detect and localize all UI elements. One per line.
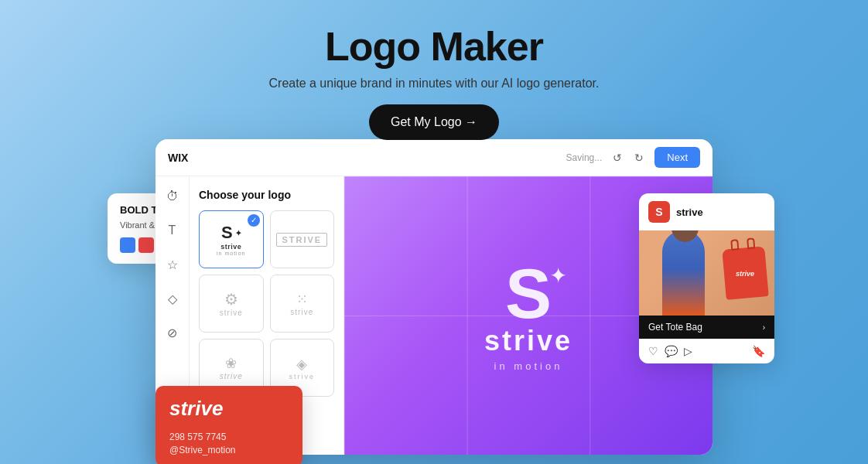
social-actions-left: ♡ 💬 ▷	[648, 345, 692, 357]
undo-button[interactable]: ↺	[608, 148, 627, 167]
sidebar-icon-slash[interactable]: ⊘	[162, 322, 183, 343]
logo-dots: ⁙	[296, 291, 308, 308]
social-brand-label: strive	[676, 206, 703, 218]
heart-icon[interactable]: ♡	[648, 345, 658, 357]
social-card-header: S strive	[639, 193, 774, 230]
logo-strive-label-1: strive	[220, 243, 241, 251]
logo-flower: ❀	[225, 355, 237, 372]
logo-option-3[interactable]: ⚙ strive	[199, 275, 264, 333]
swatch-red[interactable]	[138, 237, 154, 253]
biz-phone: 298 575 7745	[169, 432, 289, 442]
tote-arrow-icon: ›	[763, 323, 765, 332]
logo-option-1[interactable]: S ✦ strive in motion	[199, 210, 264, 268]
biz-brand-name: strive	[169, 397, 289, 421]
hero-title: Logo Maker	[0, 25, 868, 69]
sidebar-icon-history[interactable]: ⏱	[162, 186, 183, 207]
tote-label: Get Tote Bag	[648, 322, 702, 333]
get-logo-button[interactable]: Get My Logo →	[369, 104, 499, 140]
sidebar-icon-star[interactable]: ☆	[162, 254, 183, 275]
tote-bag: strive	[722, 246, 768, 300]
logo-option-2[interactable]: STRIVE	[270, 210, 335, 268]
tote-handle-left	[730, 239, 739, 251]
canvas-logo-s-wrapper: S ✦	[505, 259, 552, 329]
business-card: strive 298 575 7745 @Strive_motion	[155, 386, 302, 464]
sidebar-icon-shape[interactable]: ◇	[162, 288, 183, 309]
tote-brand-text: strive	[736, 269, 754, 277]
logo-s-bold: S ✦	[221, 223, 241, 243]
logo-strive-label-6: strive	[289, 373, 315, 380]
wix-brand: WIX	[168, 152, 188, 164]
social-card-image: strive	[639, 230, 774, 316]
biz-social: @Strive_motion	[169, 445, 289, 455]
tote-handle-right	[747, 237, 755, 249]
social-tote-tag[interactable]: Get Tote Bag ›	[639, 316, 774, 339]
logo-strive-label-3: strive	[220, 309, 243, 317]
redo-button[interactable]: ↻	[630, 148, 648, 167]
logo-strive-label-5: strive	[220, 372, 243, 380]
ui-area: BOLD THEME Vibrant & Dynamic WIX Saving.…	[117, 139, 751, 455]
logo-gear: ⚙	[224, 290, 238, 309]
logo-picker-title: Choose your logo	[199, 189, 334, 201]
person-body	[662, 230, 705, 316]
logo-option-4[interactable]: ⁙ strive	[270, 275, 335, 333]
canvas-s-letter: S	[505, 259, 552, 329]
hero-subtitle: Create a unique brand in minutes with ou…	[0, 77, 868, 90]
social-card: S strive strive Get Tote Bag › ♡ 💬 ▷ 🔖	[639, 193, 774, 363]
next-button[interactable]: Next	[654, 147, 700, 168]
logo-strive-label-4: strive	[290, 308, 313, 316]
social-logo-badge: S	[648, 201, 670, 223]
saving-text: Saving...	[566, 152, 603, 163]
logo-strive-outline: STRIVE	[276, 233, 327, 247]
swatch-blue[interactable]	[120, 237, 135, 253]
hero-section: Logo Maker Create a unique brand in minu…	[0, 0, 868, 140]
sidebar-icon-text[interactable]: T	[162, 220, 183, 241]
canvas-brand-tagline: in motion	[494, 360, 563, 372]
comment-icon[interactable]: 💬	[665, 345, 678, 357]
undo-redo-group: ↺ ↻	[608, 148, 648, 167]
bookmark-icon[interactable]: 🔖	[752, 345, 765, 357]
social-card-footer: ♡ 💬 ▷ 🔖	[639, 339, 774, 363]
canvas-logo-container: S ✦ strive in motion	[484, 259, 572, 372]
logo-diamond: ◈	[296, 356, 307, 373]
editor-topbar: WIX Saving... ↺ ↻ Next	[155, 139, 713, 176]
canvas-star: ✦	[549, 263, 567, 288]
share-icon[interactable]: ▷	[684, 345, 692, 357]
logo-tagline-1: in motion	[217, 251, 245, 256]
topbar-right: Saving... ↺ ↻ Next	[566, 147, 700, 168]
logo-grid: S ✦ strive in motion STRIVE ⚙ strive	[199, 210, 334, 397]
